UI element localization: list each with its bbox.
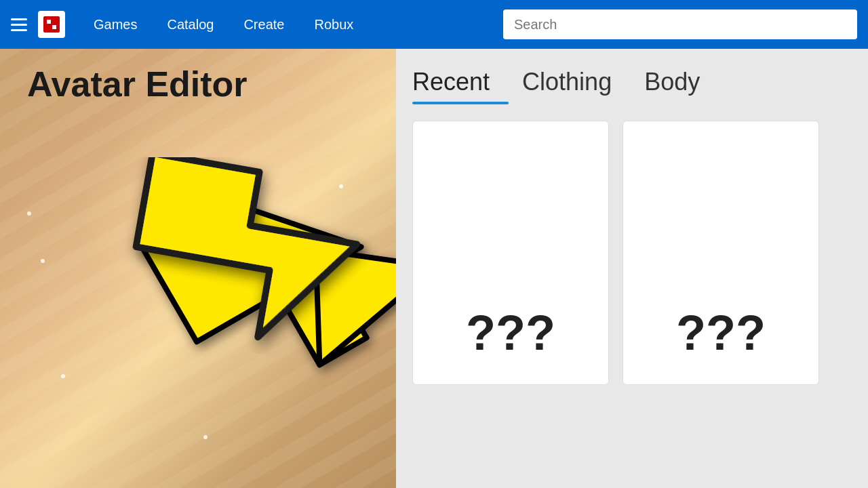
right-panel: Recent Clothing Body ??? ??? <box>396 49 868 488</box>
sparkle-2 <box>41 259 45 263</box>
tab-recent[interactable]: Recent <box>412 62 509 104</box>
svg-rect-2 <box>47 20 51 24</box>
arrow-svg <box>108 157 396 415</box>
nav-robux[interactable]: Robux <box>299 0 368 49</box>
svg-rect-3 <box>52 25 56 29</box>
nav-catalog[interactable]: Catalog <box>152 0 229 49</box>
tab-clothing[interactable]: Clothing <box>522 62 631 104</box>
main-content: Avatar Editor <box>0 49 868 488</box>
nav-create[interactable]: Create <box>229 0 299 49</box>
sparkle-3 <box>61 374 65 378</box>
sparkle-1 <box>27 211 31 216</box>
item-card-2[interactable]: ??? <box>623 121 819 385</box>
roblox-logo[interactable] <box>37 9 66 39</box>
item-card-1-placeholder: ??? <box>466 308 555 357</box>
hamburger-menu-icon[interactable] <box>11 18 27 31</box>
search-container <box>503 9 857 39</box>
search-input[interactable] <box>503 9 857 39</box>
item-card-2-placeholder: ??? <box>676 308 766 357</box>
item-card-1[interactable]: ??? <box>412 121 609 385</box>
items-grid: ??? ??? <box>412 121 852 385</box>
avatar-panel: Avatar Editor <box>0 49 396 488</box>
tabs-row: Recent Clothing Body <box>412 62 852 104</box>
svg-rect-1 <box>43 16 60 33</box>
tab-body[interactable]: Body <box>644 62 719 104</box>
page-title: Avatar Editor <box>27 65 248 104</box>
navbar: Games Catalog Create Robux <box>0 0 868 49</box>
nav-games[interactable]: Games <box>79 0 152 49</box>
sparkle-4 <box>203 435 208 439</box>
